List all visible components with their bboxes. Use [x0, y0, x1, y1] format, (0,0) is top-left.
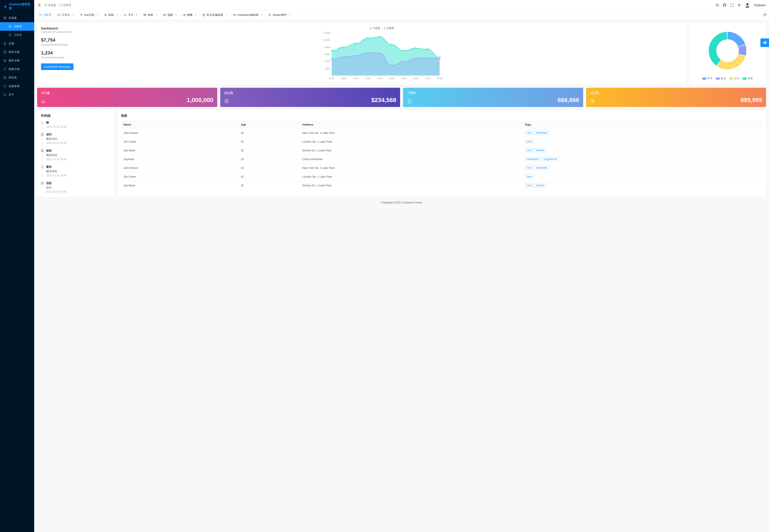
- tab-5[interactable]: 表格✕: [141, 12, 159, 18]
- tab-close-icon[interactable]: ✕: [195, 13, 196, 16]
- header: 仪表盘/ 分析页 Soybean: [34, 0, 769, 10]
- svg-point-63: [427, 49, 428, 50]
- sales-label: Current Month Sales: [41, 56, 77, 59]
- sidebar-item-5[interactable]: 异常页˅: [0, 73, 34, 82]
- tab-1[interactable]: 工作台✕: [55, 12, 76, 18]
- tab-close-icon[interactable]: ✕: [72, 13, 74, 16]
- svg-point-56: [343, 47, 344, 48]
- theme-icon[interactable]: [737, 3, 741, 7]
- breadcrumb-item[interactable]: 分析页: [60, 3, 71, 7]
- tag[interactable]: teacher: [534, 183, 547, 187]
- svg-point-7: [4, 52, 5, 53]
- component-icon: [3, 51, 6, 54]
- username[interactable]: Soybean: [754, 3, 766, 7]
- sidebar-item-4[interactable]: 权限示例˅: [0, 65, 34, 73]
- svg-text:16:00: 16:00: [389, 77, 394, 80]
- dashboard-icon: [3, 16, 6, 19]
- tab-close-icon[interactable]: ✕: [96, 13, 98, 16]
- breadcrumb-item[interactable]: 仪表盘: [44, 3, 56, 7]
- sidebar-subitem-0-0[interactable]: 分析页: [0, 22, 34, 31]
- svg-rect-23: [124, 14, 126, 16]
- bars-icon: [41, 98, 46, 104]
- sidebar-item-0[interactable]: 仪表盘˄: [0, 14, 34, 22]
- tag[interactable]: handsome: [525, 157, 541, 161]
- table-header: Name: [121, 121, 238, 129]
- tab-close-icon[interactable]: ✕: [155, 13, 157, 16]
- tab-close-icon[interactable]: ✕: [225, 13, 227, 16]
- stat-card-3: 成交数999,999: [586, 88, 766, 107]
- gear-icon: [763, 41, 767, 45]
- analysis-icon: [9, 25, 12, 28]
- tab-close-icon[interactable]: ✕: [260, 13, 262, 16]
- tag[interactable]: wow: [525, 139, 534, 144]
- donut-legend-item[interactable]: 工作: [729, 77, 739, 80]
- tag[interactable]: developer: [534, 166, 550, 170]
- tab-9[interactable]: markdown编辑器✕: [231, 12, 265, 18]
- tab-4[interactable]: 卡片✕: [121, 12, 140, 18]
- donut-legend-item[interactable]: 休息: [743, 77, 753, 80]
- settings-fab[interactable]: [760, 38, 769, 47]
- sidebar-item-1[interactable]: 文档: [0, 39, 34, 48]
- tab-close-icon[interactable]: ✕: [175, 13, 177, 16]
- svg-point-47: [355, 55, 356, 56]
- svg-text:06:00: 06:00: [329, 77, 334, 80]
- svg-text:24:00: 24:00: [437, 77, 442, 80]
- tab-3[interactable]: 按钮✕: [102, 12, 120, 18]
- svg-rect-1: [5, 17, 6, 18]
- table-title: 表格: [121, 114, 762, 118]
- tab-10[interactable]: Swiper插件✕: [266, 12, 293, 18]
- table-card: 表格 NameAgeAddressTags John Brown32New Yo…: [117, 110, 766, 197]
- swiper-icon: [268, 13, 271, 16]
- tag[interactable]: nice: [525, 131, 533, 135]
- tag[interactable]: cool: [525, 183, 533, 187]
- logo-icon: [3, 4, 7, 9]
- stat-row: 访问量1,000,000成交额$234,568下载数666,666成交数999,…: [37, 88, 766, 107]
- tab-6[interactable]: 地图✕: [161, 12, 179, 18]
- fullscreen-icon[interactable]: [730, 3, 734, 7]
- footer: Copyright ©2021 Soybean Admin: [37, 197, 766, 207]
- line-chart-card: Dashboard Overview Of Lasted Month $7,75…: [37, 23, 686, 85]
- tag[interactable]: developer: [534, 131, 550, 135]
- tag[interactable]: cool: [525, 148, 533, 152]
- svg-point-16: [738, 4, 740, 6]
- svg-text:6,000: 6,000: [325, 53, 330, 56]
- svg-rect-25: [183, 14, 185, 16]
- tag[interactable]: programmer: [542, 157, 559, 161]
- sidebar-item-2[interactable]: 组件示例˅: [0, 48, 34, 56]
- tab-close-icon[interactable]: ✕: [289, 13, 291, 16]
- search-icon[interactable]: [715, 3, 719, 7]
- table-row: Joe Black32Sidney No. 1 Lake Parkcooltea…: [121, 146, 762, 155]
- svg-rect-20: [58, 14, 60, 15]
- sidebar-subitem-0-1[interactable]: 工作台: [0, 31, 34, 39]
- tab-2[interactable]: vue文档✕: [78, 12, 101, 18]
- sidebar-item-6[interactable]: 多级菜单˅: [0, 82, 34, 91]
- tab-close-icon[interactable]: ✕: [136, 13, 138, 16]
- svg-rect-13: [46, 5, 47, 6]
- breadcrumb: 仪表盘/ 分析页: [44, 3, 71, 7]
- nav: 仪表盘˄分析页工作台文档组件示例˅插件示例˅权限示例˅异常页˅多级菜单˅关于: [0, 13, 34, 532]
- summary-button[interactable]: Last Month Summary: [41, 63, 73, 70]
- logo[interactable]: Soybean管理系统: [0, 0, 34, 13]
- donut-legend-item[interactable]: 学习: [702, 77, 712, 80]
- tab-close-icon[interactable]: ✕: [116, 13, 118, 16]
- tag[interactable]: teacher: [534, 148, 547, 152]
- tab-0[interactable]: 分析页: [37, 12, 54, 18]
- svg-point-52: [415, 58, 416, 59]
- tab-8[interactable]: 富文本编辑器✕: [200, 12, 230, 18]
- sidebar-item-3[interactable]: 插件示例˅: [0, 56, 34, 65]
- tag[interactable]: wow: [525, 174, 534, 179]
- sidebar-item-7[interactable]: 关于: [0, 91, 34, 99]
- table-icon: [143, 13, 146, 16]
- refresh-icon: [763, 13, 766, 17]
- svg-text:14:00: 14:00: [377, 77, 382, 80]
- tab-7[interactable]: 视频✕: [180, 12, 199, 18]
- svg-rect-6: [4, 51, 6, 53]
- github-icon[interactable]: [723, 3, 727, 7]
- collapse-toggle[interactable]: [38, 3, 41, 7]
- tag[interactable]: nice: [525, 166, 533, 170]
- avatar[interactable]: [744, 2, 750, 8]
- video-icon: [183, 13, 186, 16]
- tabs-refresh[interactable]: [763, 13, 766, 17]
- svg-point-45: [331, 58, 332, 60]
- donut-legend-item[interactable]: 娱乐: [716, 77, 726, 80]
